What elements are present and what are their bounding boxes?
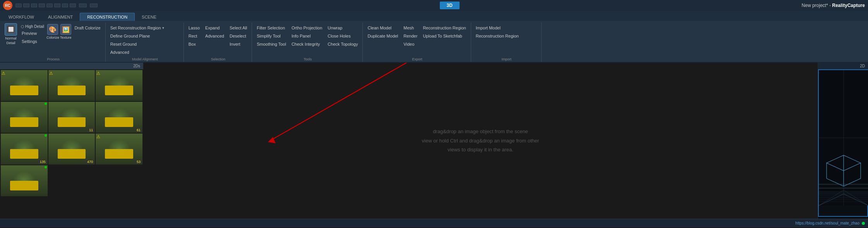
thumb-item-7[interactable]: 135 [1,134,48,165]
alignment-col: Set Reconstruction Region ▼ Define Groun… [108,23,167,56]
expand-btn[interactable]: Expand [203,24,226,32]
tb-icon-5 [46,3,53,7]
warn-1: ⚠ [2,71,5,76]
redo-icon[interactable] [90,3,98,7]
right-panel-label: 2D [860,64,865,68]
viewport[interactable]: drag&drop an image object from the scene… [143,63,818,219]
thumb-grid: ⚠ ⚠ ⚠ 11 61 [0,69,143,197]
thumb-item-6[interactable]: 61 [96,102,142,133]
tools-label: Tools [253,57,362,61]
group-model-alignment: Set Reconstruction Region ▼ Define Groun… [106,22,184,62]
app-logo: RC [3,1,12,10]
tools-col1: Filter Selection Simplify Tool Smoothing… [254,23,288,48]
project-name: New project* [802,3,828,8]
texture-icon: 🖼️ [60,24,71,35]
thumb-item-5[interactable]: 11 [48,102,95,133]
colorize-icon: 🎨 [47,24,58,35]
simplify-tool-btn[interactable]: Simplify Tool [254,32,288,40]
colorize-btn[interactable]: 🎨 Colorize [46,24,59,39]
export-reconstruction-region-btn[interactable]: Reconstruction Region [420,24,468,32]
select-all-btn[interactable]: Select All [227,24,249,32]
texture-label: Texture [60,36,72,39]
import-col1: Import Model Reconstruction Region [473,23,521,40]
tab-alignment[interactable]: ALIGNMENT [41,13,80,21]
thumb-header: 2Ds [0,63,143,69]
deselect-btn[interactable]: Deselect [227,32,249,40]
thumb-item-4[interactable] [1,102,48,133]
unwrap-btn[interactable]: Unwrap [325,24,360,32]
export-label: Export [364,57,470,61]
upload-sketchfab-btn[interactable]: Upload To Sketchfab [420,32,468,40]
advanced-btn[interactable]: Advanced [108,48,167,56]
reconstruction-icon: 🔲 [5,23,17,36]
tb-icon-7 [62,3,68,7]
tab-reconstruction[interactable]: RECONSTRUCTION [80,13,135,21]
import-model-btn[interactable]: Import Model [473,24,521,32]
thumb-img-10 [1,165,48,196]
import-reconstruction-region-btn[interactable]: Reconstruction Region [473,32,521,40]
ortho-projection-btn[interactable]: Ortho Projection [289,24,324,32]
thumb-item-3[interactable]: ⚠ [96,70,142,101]
ribbon-tabs: WORKFLOW ALIGNMENT RECONSTRUCTION SCENE [0,11,868,21]
viewport-hint: drag&drop an image object from the scene… [422,127,539,154]
check-topology-btn[interactable]: Check Topology [325,40,360,48]
right-panel-content[interactable] [818,69,868,217]
tb-icon-3 [31,3,37,7]
warn-3: ⚠ [96,71,100,76]
dropdown-arrow: ▼ [162,26,165,30]
tab-workflow[interactable]: WORKFLOW [2,13,41,21]
texture-btn[interactable]: 🖼️ Texture [60,24,72,39]
thumb-item-1[interactable]: ⚠ [1,70,48,101]
export-col1: Clean Model Duplicate Model [365,23,400,40]
check-integrity-btn[interactable]: Check Integrity [289,40,324,48]
colorize-col: 🎨 Colorize [46,23,59,39]
filter-selection-btn[interactable]: Filter Selection [254,24,288,32]
mesh-btn[interactable]: Mesh [401,24,420,32]
reset-ground-btn[interactable]: Reset Ground [108,40,167,48]
thumb-panel: 2Ds ⚠ ⚠ ⚠ 11 [0,63,143,219]
svg-marker-1 [268,137,276,143]
set-reconstruction-region-label: Set Reconstruction Region [110,26,161,30]
tb-icon-4 [39,3,45,7]
tb-icon-6 [54,3,60,7]
video-btn[interactable]: Video [401,40,420,48]
sel-col1: Lasso Rect Box [186,23,202,48]
duplicate-model-btn[interactable]: Duplicate Model [365,32,400,40]
high-detail-option[interactable]: High Detail [19,24,46,29]
invert-btn[interactable]: Invert [227,40,249,48]
set-reconstruction-region-btn[interactable]: Set Reconstruction Region ▼ [108,24,167,32]
close-holes-btn[interactable]: Close Holes [325,32,360,40]
dot-4 [45,103,47,105]
draft-colorize-col: Draft Colorize [72,23,103,32]
clean-model-btn[interactable]: Clean Model [365,24,400,32]
tab-3d[interactable]: 3D [440,2,460,9]
title-center: 3D [440,2,460,9]
normal-label: Normal [5,36,16,40]
render-btn[interactable]: Render [401,32,420,40]
group-export: Clean Model Duplicate Model Mesh Render … [364,22,471,62]
process-items: 🔲 Normal Detail High Detail Preview Sett… [3,22,103,62]
tab-scene[interactable]: SCENE [135,13,163,21]
normal-detail-btn[interactable]: 🔲 Normal Detail [3,22,19,46]
define-ground-plane-btn[interactable]: Define Ground Plane [108,32,167,40]
thumb-item-8[interactable]: 470 [48,134,95,165]
settings-btn[interactable]: Settings [19,38,46,45]
draft-colorize-btn[interactable]: Draft Colorize [72,24,103,32]
lasso-btn[interactable]: Lasso [186,24,202,32]
badge-7: 135 [39,160,47,164]
high-detail-label: High Detail [25,24,44,29]
model-alignment-label: Model Alignment [106,57,184,61]
thumb-item-2[interactable]: ⚠ [48,70,95,101]
info-panel-btn[interactable]: Info Panel [289,32,324,40]
rect-btn[interactable]: Rect [186,32,202,40]
thumb-item-10[interactable] [1,165,48,196]
preview-btn[interactable]: Preview [19,29,46,37]
group-import: Import Model Reconstruction Region Impor… [472,22,542,62]
thumb-item-9[interactable]: ⚠ 53 [96,134,142,165]
sel-advanced-btn[interactable]: Advanced [203,32,226,40]
undo-icon[interactable] [79,3,87,7]
dot-10 [45,166,47,168]
title-text: New project* - RealityCapture [802,3,865,8]
box-btn[interactable]: Box [186,40,202,48]
smoothing-tool-btn[interactable]: Smoothing Tool [254,40,288,48]
